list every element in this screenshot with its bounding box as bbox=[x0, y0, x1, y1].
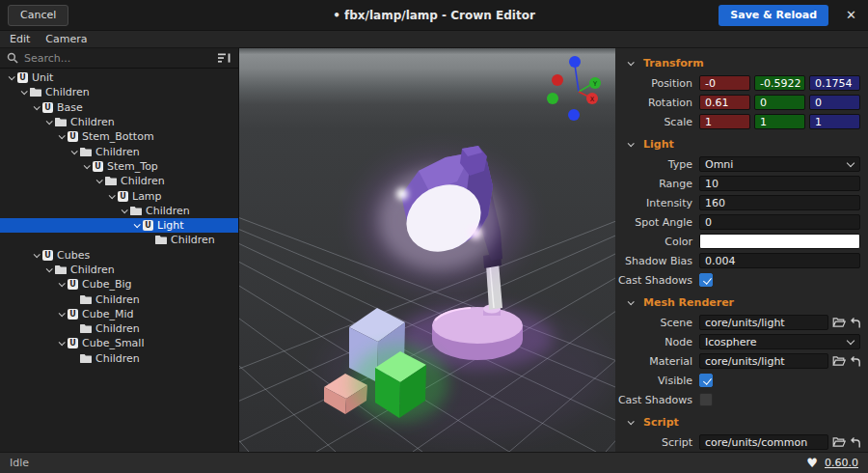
scene-tree-panel: UUnitChildrenUBaseChildrenUStem_BottomCh… bbox=[0, 48, 239, 452]
folder-open-icon[interactable] bbox=[832, 355, 846, 367]
tree-item-children[interactable]: Children bbox=[0, 233, 238, 247]
vector-field-y[interactable]: 1 bbox=[754, 114, 805, 129]
checkbox-cast-shadows[interactable] bbox=[699, 393, 713, 406]
vector-field-y[interactable]: 0 bbox=[754, 95, 805, 110]
chevron-down-icon bbox=[847, 338, 854, 346]
close-icon[interactable]: ✕ bbox=[842, 7, 860, 23]
tree-item-stem-bottom[interactable]: UStem_Bottom bbox=[0, 129, 238, 144]
viewport-3d[interactable]: Y X bbox=[239, 48, 615, 452]
chevron-down-icon[interactable] bbox=[55, 134, 68, 139]
property-row-shadow-bias: Shadow Bias0.004 bbox=[615, 251, 868, 270]
chevron-down-icon[interactable] bbox=[93, 179, 105, 183]
color-swatch[interactable] bbox=[699, 234, 860, 249]
save-reload-button[interactable]: Save & Reload bbox=[719, 5, 828, 26]
unit-icon: U bbox=[17, 72, 28, 83]
heart-icon[interactable]: ♥ bbox=[806, 457, 818, 469]
cancel-button[interactable]: Cancel bbox=[8, 5, 68, 26]
chevron-down-icon[interactable] bbox=[55, 312, 68, 317]
vector-field-z[interactable]: 0 bbox=[809, 95, 860, 110]
section-header-mesh-renderer[interactable]: Mesh Renderer bbox=[615, 292, 868, 313]
dropdown-node[interactable]: Icosphere bbox=[699, 334, 860, 349]
vector-field-x[interactable]: 1 bbox=[699, 114, 750, 129]
tree-item-children[interactable]: Children bbox=[0, 351, 238, 366]
tree-item-children[interactable]: Children bbox=[0, 174, 238, 188]
chevron-down-icon[interactable] bbox=[130, 223, 143, 228]
vector-field-z[interactable]: 1 bbox=[809, 114, 860, 129]
property-field-area: 10 bbox=[699, 176, 860, 191]
search-input[interactable] bbox=[24, 52, 212, 65]
tree-item-children[interactable]: Children bbox=[0, 321, 238, 336]
tree-item-label: Children bbox=[171, 234, 215, 246]
chevron-down-icon[interactable] bbox=[42, 120, 55, 125]
tree-item-lamp[interactable]: ULamp bbox=[0, 188, 238, 203]
menu-edit[interactable]: Edit bbox=[2, 33, 38, 45]
chevron-down-icon[interactable] bbox=[5, 75, 17, 80]
section-header-light[interactable]: Light bbox=[615, 133, 868, 154]
chevron-down-icon[interactable] bbox=[30, 253, 42, 258]
text-field[interactable]: 0 bbox=[699, 214, 860, 230]
unit-icon: U bbox=[42, 102, 53, 113]
vector-field-x[interactable]: -0 bbox=[699, 75, 750, 91]
revert-icon[interactable] bbox=[850, 317, 860, 329]
checkbox-cast-shadows[interactable] bbox=[699, 273, 713, 287]
property-field-area: 0.004 bbox=[699, 253, 860, 268]
tree-item-children[interactable]: Children bbox=[0, 115, 238, 129]
tree-item-cube-big[interactable]: UCube_Big bbox=[0, 277, 238, 292]
resource-field[interactable]: core/units/light bbox=[699, 315, 828, 330]
resource-field[interactable]: core/units/light bbox=[699, 353, 828, 369]
chevron-down-icon[interactable] bbox=[42, 267, 55, 272]
text-field[interactable]: 160 bbox=[699, 195, 860, 210]
tree-item-cube-mid[interactable]: UCube_Mid bbox=[0, 307, 238, 321]
version-link[interactable]: 0.60.0 bbox=[825, 457, 858, 469]
inspector-panel: TransformPosition-0-0.59220.1754Rotation… bbox=[615, 48, 868, 452]
tree-item-label: Base bbox=[57, 101, 83, 114]
tree-item-unit[interactable]: UUnit bbox=[0, 70, 238, 85]
chevron-down-icon[interactable] bbox=[55, 282, 68, 287]
property-row-node: NodeIcosphere bbox=[615, 332, 868, 351]
tree-item-label: Lamp bbox=[132, 190, 162, 203]
tree-item-children[interactable]: Children bbox=[0, 263, 238, 277]
chevron-down-icon[interactable] bbox=[17, 90, 30, 95]
chevron-down-icon[interactable] bbox=[30, 105, 42, 110]
folder-icon bbox=[80, 294, 92, 305]
section-header-script[interactable]: Script bbox=[615, 411, 868, 432]
vector-field-z[interactable]: 0.1754 bbox=[809, 75, 860, 91]
tree-item-children[interactable]: Children bbox=[0, 204, 238, 218]
revert-icon[interactable] bbox=[850, 436, 860, 449]
chevron-down-icon[interactable] bbox=[68, 150, 80, 154]
section-header-transform[interactable]: Transform bbox=[615, 52, 868, 73]
property-row-intensity: Intensity160 bbox=[615, 193, 868, 212]
tree-item-children[interactable]: Children bbox=[0, 292, 238, 306]
chevron-down-icon[interactable] bbox=[55, 341, 68, 346]
chevron-down-icon[interactable] bbox=[105, 194, 118, 199]
folder-open-icon[interactable] bbox=[832, 436, 846, 448]
gizmo-y-label: Y bbox=[592, 80, 597, 88]
tree-item-cubes[interactable]: UCubes bbox=[0, 248, 238, 263]
menu-camera[interactable]: Camera bbox=[38, 33, 95, 45]
dropdown-value: Omni bbox=[705, 157, 847, 172]
revert-icon[interactable] bbox=[850, 355, 860, 368]
chevron-down-icon[interactable] bbox=[80, 164, 93, 169]
folder-icon bbox=[55, 264, 67, 275]
tree-item-light[interactable]: ULight bbox=[0, 218, 238, 233]
vector-field-x[interactable]: 0.61 bbox=[699, 95, 750, 110]
status-text: Idle bbox=[10, 457, 29, 469]
folder-open-icon[interactable] bbox=[832, 317, 846, 328]
resource-field[interactable]: core/units/common bbox=[699, 434, 828, 450]
menu-bar: Edit Camera bbox=[0, 31, 868, 48]
tree-item-children[interactable]: Children bbox=[0, 144, 238, 158]
property-field-area: core/units/light bbox=[699, 353, 860, 369]
tree-item-base[interactable]: UBase bbox=[0, 100, 238, 115]
filter-sort-icon[interactable] bbox=[218, 53, 231, 64]
text-field[interactable]: 0.004 bbox=[699, 253, 860, 268]
folder-icon bbox=[30, 87, 41, 97]
chevron-down-icon[interactable] bbox=[118, 209, 130, 213]
tree-item-children[interactable]: Children bbox=[0, 85, 238, 99]
checkbox-visible[interactable] bbox=[699, 374, 713, 387]
text-field[interactable]: 10 bbox=[699, 176, 860, 191]
vector-field-y[interactable]: -0.5922 bbox=[754, 75, 805, 91]
property-field-area: 0.6100 bbox=[699, 95, 860, 110]
dropdown-type[interactable]: Omni bbox=[699, 156, 860, 172]
tree-item-stem-top[interactable]: UStem_Top bbox=[0, 159, 238, 174]
tree-item-cube-small[interactable]: UCube_Small bbox=[0, 336, 238, 350]
